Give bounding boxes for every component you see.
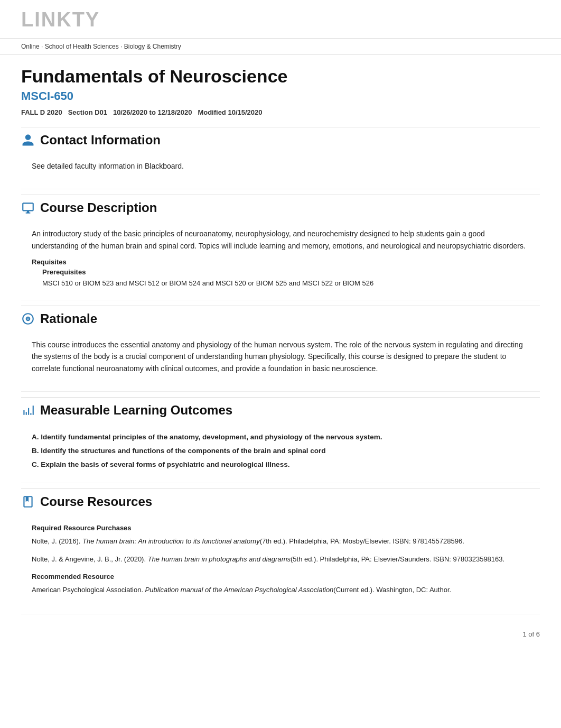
breadcrumb: Online · School of Health Sciences · Bio… (0, 39, 561, 55)
bar-chart-icon (21, 403, 35, 417)
rationale-text: This course introduces the essential ana… (32, 339, 529, 374)
required-resource-1-rest: (7th ed.). Philadelphia, PA: Mosby/Elsev… (260, 537, 464, 545)
contact-heading: Contact Information (40, 133, 161, 148)
requisites-label: Requisites (32, 258, 529, 266)
outcome-item-b: B. Identify the structures and functions… (32, 444, 529, 458)
recommended-resource-1: American Psychological Association. Publ… (32, 585, 529, 596)
rationale-section-header: Rationale (21, 306, 540, 331)
course-section: Section D01 (68, 108, 107, 116)
logo-area: LINKTY (21, 10, 540, 30)
person-icon (21, 133, 35, 147)
prerequisites-text: MSCI 510 or BIOM 523 and MSCI 512 or BIO… (42, 278, 529, 289)
rationale-body: This course introduces the essential ana… (21, 331, 540, 392)
resources-section-header: Course Resources (21, 489, 540, 514)
breadcrumb-sep2: · (120, 43, 124, 50)
required-resource-1: Nolte, J. (2016). The human brain: An in… (32, 536, 529, 547)
breadcrumb-school: School of Health Sciences (45, 43, 119, 50)
contact-body: See detailed faculty information in Blac… (21, 153, 540, 189)
resources-heading: Course Resources (40, 494, 152, 509)
monitor-icon (21, 201, 35, 215)
breadcrumb-sep1: · (41, 43, 45, 50)
course-term: FALL D 2020 (21, 108, 62, 116)
course-code: MSCI-650 (21, 89, 540, 103)
description-section-header: Course Description (21, 195, 540, 220)
required-resource-1-author: Nolte, J. (2016). (32, 537, 82, 545)
course-title: Fundamentals of Neuroscience (21, 66, 540, 87)
course-meta: FALL D 2020 Section D01 10/26/2020 to 12… (21, 108, 540, 116)
description-body: An introductory study of the basic princ… (21, 220, 540, 300)
recommended-resource-label: Recommended Resource (32, 573, 529, 580)
required-resource-2-rest: (5th ed.). Philadelphia, PA: Elsevier/Sa… (291, 555, 504, 563)
prerequisites-label: Prerequisites (42, 268, 529, 276)
outcomes-body: A. Identify fundamental principles of th… (21, 423, 540, 483)
contact-section-header: Contact Information (21, 127, 540, 153)
recommended-resource-1-author: American Psychological Association. (32, 586, 145, 594)
outcomes-heading: Measurable Learning Outcomes (40, 403, 232, 418)
required-resource-2: Nolte, J. & Angevine, J. B., Jr. (2020).… (32, 554, 529, 565)
recommended-resource-1-title: Publication manual of the American Psych… (145, 586, 334, 594)
svg-point-0 (27, 318, 29, 319)
logo: LINKTY (21, 10, 100, 30)
breadcrumb-dept: Biology & Chemistry (124, 43, 181, 50)
page-number: 1 of 6 (21, 630, 540, 638)
outcomes-list: A. Identify fundamental principles of th… (32, 430, 529, 472)
contact-text: See detailed faculty information in Blac… (32, 160, 529, 172)
outcome-item-c: C. Explain the basis of several forms of… (32, 458, 529, 472)
description-heading: Course Description (40, 200, 157, 215)
breadcrumb-online: Online (21, 43, 40, 50)
resources-body: Required Resource Purchases Nolte, J. (2… (21, 514, 540, 614)
rationale-heading: Rationale (40, 311, 97, 326)
description-text: An introductory study of the basic princ… (32, 228, 529, 252)
course-modified: Modified 10/15/2020 (198, 108, 262, 116)
main-content: Fundamentals of Neuroscience MSCI-650 FA… (0, 66, 561, 659)
header: LINKTY (0, 0, 561, 39)
target-icon (21, 312, 35, 326)
outcome-item-a: A. Identify fundamental principles of th… (32, 430, 529, 444)
page-number-text: 1 of 6 (522, 630, 540, 638)
required-resource-2-author: Nolte, J. & Angevine, J. B., Jr. (2020). (32, 555, 148, 563)
required-resource-2-title: The human brain in photographs and diagr… (148, 555, 291, 563)
required-resources-label: Required Resource Purchases (32, 524, 529, 532)
book-icon (21, 495, 35, 509)
course-dates: 10/26/2020 to 12/18/2020 (113, 108, 192, 116)
required-resource-1-title: The human brain: An introduction to its … (82, 537, 260, 545)
recommended-resource-1-rest: (Current ed.). Washington, DC: Author. (333, 586, 451, 594)
outcomes-section-header: Measurable Learning Outcomes (21, 397, 540, 423)
